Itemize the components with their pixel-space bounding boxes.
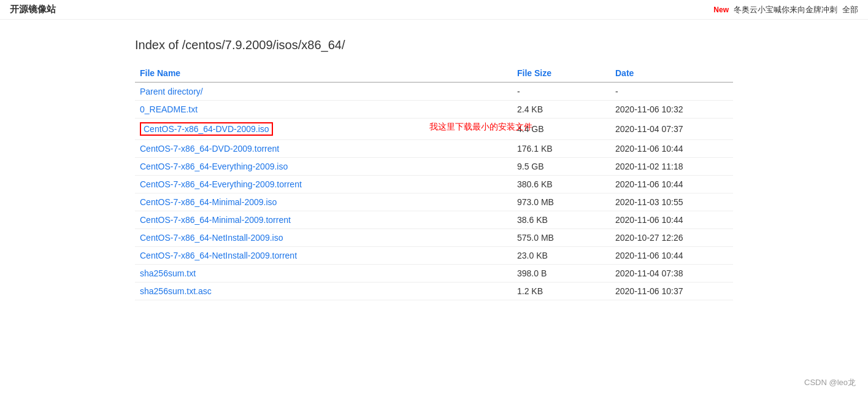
ad-text: 冬奥云小宝喊你来向金牌冲刺 <box>734 4 837 15</box>
table-row: sha256sum.txt.asc1.2 KB2020-11-06 10:37 <box>135 283 733 300</box>
file-date: 2020-11-02 11:18 <box>610 158 733 176</box>
file-size: 2.4 KB <box>512 101 610 119</box>
col-filename: File Name <box>135 64 512 82</box>
file-link[interactable]: CentOS-7-x86_64-NetInstall-2009.iso <box>140 233 283 243</box>
new-badge: New <box>713 6 729 14</box>
file-date: 2020-11-06 10:44 <box>610 247 733 265</box>
table-row: CentOS-7-x86_64-NetInstall-2009.torrent2… <box>135 247 733 265</box>
table-row: 0_README.txt2.4 KB2020-11-06 10:32 <box>135 101 733 119</box>
table-row: CentOS-7-x86_64-DVD-2009.iso4.4 GB2020-1… <box>135 119 733 140</box>
table-wrapper: File Name File Size Date Parent director… <box>135 64 733 300</box>
page-title: Index of /centos/7.9.2009/isos/x86_64/ <box>135 38 733 52</box>
file-size: 575.0 MB <box>512 229 610 247</box>
table-header-row: File Name File Size Date <box>135 64 733 82</box>
file-link[interactable]: 0_README.txt <box>140 104 198 114</box>
footer: CSDN @leo龙 <box>804 377 856 388</box>
file-link[interactable]: CentOS-7-x86_64-NetInstall-2009.torrent <box>140 251 297 260</box>
file-link-parent[interactable]: Parent directory/ <box>140 87 203 96</box>
file-size: 380.6 KB <box>512 176 610 193</box>
file-date: 2020-11-06 10:44 <box>610 140 733 158</box>
file-size: 38.6 KB <box>512 211 610 229</box>
file-date: 2020-11-04 07:37 <box>610 119 733 140</box>
table-row: sha256sum.txt398.0 B2020-11-04 07:38 <box>135 265 733 283</box>
file-size: - <box>512 82 610 101</box>
table-row: CentOS-7-x86_64-NetInstall-2009.iso575.0… <box>135 229 733 247</box>
col-date: Date <box>610 64 733 82</box>
file-date: - <box>610 82 733 101</box>
col-filesize: File Size <box>512 64 610 82</box>
file-date: 2020-11-06 10:44 <box>610 211 733 229</box>
file-date: 2020-11-06 10:37 <box>610 283 733 300</box>
table-row: CentOS-7-x86_64-Everything-2009.iso9.5 G… <box>135 158 733 176</box>
main-content: Index of /centos/7.9.2009/isos/x86_64/ F… <box>0 20 868 319</box>
file-size: 23.0 KB <box>512 247 610 265</box>
file-link[interactable]: sha256sum.txt <box>140 268 196 278</box>
file-date: 2020-11-06 10:32 <box>610 101 733 119</box>
footer-credit: CSDN @leo龙 <box>804 378 856 387</box>
table-row: CentOS-7-x86_64-DVD-2009.torrent176.1 KB… <box>135 140 733 158</box>
file-size: 1.2 KB <box>512 283 610 300</box>
file-date: 2020-11-04 07:38 <box>610 265 733 283</box>
file-link[interactable]: CentOS-7-x86_64-Everything-2009.torrent <box>140 179 302 189</box>
file-link-highlighted[interactable]: CentOS-7-x86_64-DVD-2009.iso <box>140 122 273 136</box>
table-row: Parent directory/-- <box>135 82 733 101</box>
file-size: 4.4 GB <box>512 119 610 140</box>
table-row: CentOS-7-x86_64-Minimal-2009.torrent38.6… <box>135 211 733 229</box>
file-table: File Name File Size Date Parent director… <box>135 64 733 300</box>
file-link[interactable]: CentOS-7-x86_64-Everything-2009.iso <box>140 162 288 171</box>
file-link[interactable]: CentOS-7-x86_64-Minimal-2009.iso <box>140 197 277 207</box>
header-right: New 冬奥云小宝喊你来向金牌冲刺 全部 <box>713 4 858 15</box>
file-link[interactable]: CentOS-7-x86_64-DVD-2009.torrent <box>140 144 279 154</box>
file-link[interactable]: CentOS-7-x86_64-Minimal-2009.torrent <box>140 215 291 225</box>
file-date: 2020-11-06 10:44 <box>610 176 733 193</box>
file-link[interactable]: sha256sum.txt.asc <box>140 286 212 296</box>
table-row: CentOS-7-x86_64-Minimal-2009.iso973.0 MB… <box>135 193 733 211</box>
file-date: 2020-11-03 10:55 <box>610 193 733 211</box>
file-size: 973.0 MB <box>512 193 610 211</box>
site-name: 开源镜像站 <box>10 4 56 15</box>
file-date: 2020-10-27 12:26 <box>610 229 733 247</box>
header: 开源镜像站 New 冬奥云小宝喊你来向金牌冲刺 全部 <box>0 0 868 20</box>
file-size: 398.0 B <box>512 265 610 283</box>
table-row: CentOS-7-x86_64-Everything-2009.torrent3… <box>135 176 733 193</box>
file-size: 9.5 GB <box>512 158 610 176</box>
file-size: 176.1 KB <box>512 140 610 158</box>
full-button[interactable]: 全部 <box>842 4 858 15</box>
